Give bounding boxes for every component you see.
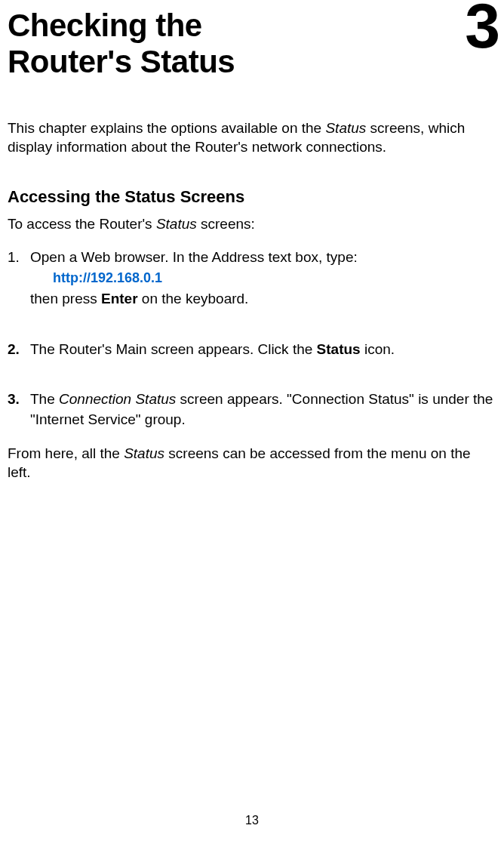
step-1-line2-before: then press: [30, 291, 101, 306]
page-header: Checking the Router's Status 3: [8, 8, 496, 81]
section-heading: Accessing the Status Screens: [8, 187, 496, 207]
step-1: 1. Open a Web browser. In the Address te…: [8, 248, 496, 310]
step-1-line2-after: on the keyboard.: [138, 291, 249, 306]
step-1-line1: Open a Web browser. In the Address text …: [30, 249, 358, 265]
page-number: 13: [245, 814, 259, 827]
title-line-1: Checking the: [8, 8, 202, 43]
intro-paragraph: This chapter explains the options availa…: [8, 119, 496, 157]
final-italic: Status: [124, 445, 164, 461]
step-2-number: 2.: [8, 340, 30, 360]
final-before: From here, all the: [8, 445, 124, 461]
step-3-content: The Connection Status screen appears. "C…: [30, 390, 496, 430]
section-intro: To access the Router's Status screens:: [8, 214, 496, 234]
final-paragraph: From here, all the Status screens can be…: [8, 444, 496, 482]
step-1-content: Open a Web browser. In the Address text …: [30, 248, 496, 310]
step-1-number: 1.: [8, 248, 30, 310]
step-3-before: The: [30, 391, 59, 407]
section-intro-before: To access the Router's: [8, 216, 156, 232]
section-intro-italic: Status: [156, 216, 197, 232]
step-3-number: 3.: [8, 390, 30, 430]
step-2-before: The Router's Main screen appears. Click …: [30, 341, 317, 357]
title-line-2: Router's Status: [8, 44, 235, 79]
step-3: 3. The Connection Status screen appears.…: [8, 390, 496, 430]
page-title: Checking the Router's Status: [8, 8, 496, 81]
step-1-line2-bold: Enter: [101, 291, 138, 306]
intro-italic: Status: [325, 120, 366, 136]
chapter-number: 3: [465, 0, 500, 57]
step-2: 2. The Router's Main screen appears. Cli…: [8, 340, 496, 360]
step-1-url: http://192.168.0.1: [53, 269, 496, 288]
step-2-bold: Status: [317, 341, 361, 357]
step-2-after: icon.: [361, 341, 395, 357]
intro-text-before: This chapter explains the options availa…: [8, 120, 325, 136]
step-2-content: The Router's Main screen appears. Click …: [30, 340, 496, 360]
section-intro-after: screens:: [197, 216, 255, 232]
step-3-italic: Connection Status: [59, 391, 176, 407]
